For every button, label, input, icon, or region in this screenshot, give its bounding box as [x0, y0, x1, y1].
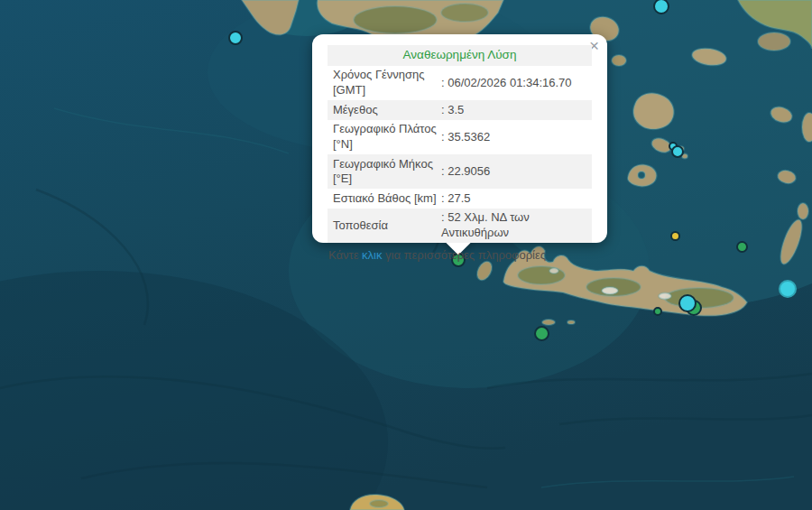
row-value: : 52 Χλμ. ΝΔ των Αντικυθήρων — [438, 209, 592, 243]
footer-text-pre: Κάντε — [328, 248, 362, 262]
earthquake-marker[interactable] — [671, 145, 684, 158]
popup-title: Αναθεωρημένη Λύση — [328, 45, 592, 66]
earthquake-info-popup: × Αναθεωρημένη Λύση Χρόνος Γέννησης [GMT… — [312, 34, 607, 243]
row-value: : 22.9056 — [438, 154, 592, 189]
table-row: Γεωγραφικό Πλάτος [°N] : 35.5362 — [328, 120, 592, 154]
earthquake-marker[interactable] — [653, 307, 662, 316]
earthquake-marker[interactable] — [678, 294, 697, 312]
seismic-map-app: × Αναθεωρημένη Λύση Χρόνος Γέννησης [GMT… — [0, 0, 812, 510]
table-row: Γεωγραφικό Μήκος [°E] : 22.9056 — [328, 154, 592, 189]
earthquake-marker[interactable] — [534, 326, 549, 341]
row-value: : 3.5 — [438, 100, 592, 120]
table-row: Εστιακό Βάθος [km] : 27.5 — [328, 189, 592, 209]
row-value: : 06/02/2026 01:34:16.70 — [438, 66, 592, 100]
table-row: Χρόνος Γέννησης [GMT] : 06/02/2026 01:34… — [328, 66, 592, 100]
popup-footer: Κάντε κλικ για περισσότερες πληροφορίες — [328, 243, 592, 264]
earthquake-marker[interactable] — [779, 280, 797, 298]
earthquake-details-table: Αναθεωρημένη Λύση Χρόνος Γέννησης [GMT] … — [328, 45, 592, 243]
earthquake-marker[interactable] — [736, 241, 748, 253]
more-info-link[interactable]: κλικ — [362, 248, 382, 262]
table-row: Τοποθεσία : 52 Χλμ. ΝΔ των Αντικυθήρων — [328, 209, 592, 243]
table-row: Μέγεθος : 3.5 — [328, 100, 592, 120]
earthquake-marker[interactable] — [653, 0, 669, 14]
earthquake-marker[interactable] — [228, 31, 243, 45]
footer-text-post: για περισσότερες πληροφορίες — [382, 248, 546, 262]
earthquake-marker[interactable] — [670, 231, 680, 241]
row-label: Τοποθεσία — [328, 209, 438, 243]
row-label: Μέγεθος — [328, 100, 438, 120]
row-value: : 27.5 — [438, 189, 592, 209]
row-label: Γεωγραφικό Πλάτος [°N] — [328, 120, 438, 154]
row-label: Εστιακό Βάθος [km] — [328, 189, 438, 209]
row-label: Γεωγραφικό Μήκος [°E] — [328, 154, 438, 189]
row-value: : 35.5362 — [438, 120, 592, 154]
row-label: Χρόνος Γέννησης [GMT] — [328, 66, 438, 100]
popup-content: Αναθεωρημένη Λύση Χρόνος Γέννησης [GMT] … — [328, 45, 592, 264]
